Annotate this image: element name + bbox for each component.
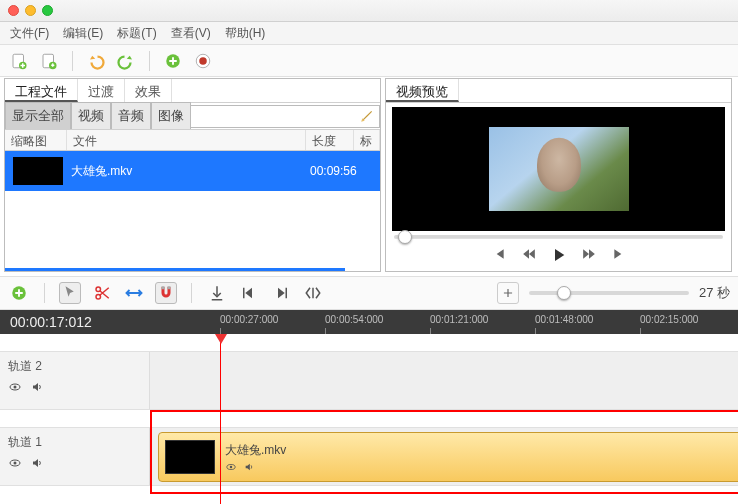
tab-video-preview[interactable]: 视频预览 <box>386 79 459 102</box>
jump-end-button[interactable] <box>611 247 627 263</box>
play-button[interactable] <box>551 247 567 263</box>
preview-viewport <box>392 107 725 231</box>
filter-row: 显示全部 视频 音频 图像 <box>5 103 380 129</box>
separator <box>44 283 45 303</box>
file-duration: 00:09:56 <box>310 164 380 178</box>
menu-edit[interactable]: 编辑(E) <box>63 25 103 42</box>
svg-rect-10 <box>162 286 165 289</box>
track-body[interactable] <box>150 352 738 409</box>
next-marker-button[interactable] <box>270 282 292 304</box>
left-tabs: 工程文件 过渡 效果 <box>5 79 380 103</box>
preview-seek-slider[interactable] <box>386 233 731 241</box>
menu-view[interactable]: 查看(V) <box>171 25 211 42</box>
separator <box>72 51 73 71</box>
razor-tool-button[interactable] <box>91 282 113 304</box>
undo-button[interactable] <box>85 50 107 72</box>
track-visible-toggle[interactable] <box>8 381 22 393</box>
track-1[interactable]: 轨道 1 大雄兔.mkv <box>0 428 738 486</box>
menu-help[interactable]: 帮助(H) <box>225 25 266 42</box>
playhead[interactable] <box>220 334 221 504</box>
close-window-button[interactable] <box>8 5 19 16</box>
center-playhead-button[interactable] <box>302 282 324 304</box>
magnet-icon <box>157 284 175 302</box>
timeline-ruler[interactable]: 00:00:17:012 00:00:27:000 00:00:54:000 0… <box>0 310 738 334</box>
track-2[interactable]: 轨道 2 <box>0 352 738 410</box>
prev-marker-button[interactable] <box>238 282 260 304</box>
save-icon <box>40 52 58 70</box>
filter-search-input[interactable] <box>191 105 380 128</box>
marker-down-icon <box>208 284 226 302</box>
svg-point-16 <box>14 386 17 389</box>
fast-forward-icon <box>581 247 597 261</box>
window-titlebar <box>0 0 738 22</box>
pointer-tool-button[interactable] <box>59 282 81 304</box>
preview-panel: 视频预览 <box>385 78 732 272</box>
arrows-horizontal-icon <box>125 284 143 302</box>
filter-audio-button[interactable]: 音频 <box>111 102 151 130</box>
minimize-window-button[interactable] <box>25 5 36 16</box>
zoom-in-button[interactable] <box>497 282 519 304</box>
separator <box>191 283 192 303</box>
file-list-header: 缩略图 文件 长度 标 <box>5 129 380 151</box>
tab-project-files[interactable]: 工程文件 <box>5 79 78 102</box>
speaker-icon <box>30 457 44 469</box>
menu-file[interactable]: 文件(F) <box>10 25 49 42</box>
add-track-button[interactable] <box>8 282 30 304</box>
plus-icon <box>501 286 515 300</box>
forward-button[interactable] <box>581 247 597 263</box>
col-file[interactable]: 文件 <box>67 130 306 150</box>
marker-prev-icon <box>240 284 258 302</box>
record-icon <box>194 52 212 70</box>
center-icon <box>304 284 322 302</box>
tab-transitions[interactable]: 过渡 <box>78 79 125 102</box>
svg-rect-14 <box>312 288 314 299</box>
preview-controls <box>386 241 731 271</box>
track-name: 轨道 1 <box>8 434 141 451</box>
col-tag[interactable]: 标 <box>354 130 380 150</box>
maximize-window-button[interactable] <box>42 5 53 16</box>
save-button[interactable] <box>38 50 60 72</box>
timeline-clip[interactable]: 大雄兔.mkv <box>158 432 738 482</box>
track-body[interactable]: 大雄兔.mkv <box>150 428 738 485</box>
rewind-button[interactable] <box>521 247 537 263</box>
clear-filter-button[interactable] <box>360 109 374 123</box>
ruler-tick: 00:00:54:000 <box>325 314 383 325</box>
skip-forward-icon <box>611 247 627 261</box>
eye-icon <box>8 381 22 393</box>
import-button[interactable] <box>162 50 184 72</box>
clip-thumbnail <box>165 440 215 474</box>
eye-icon <box>8 457 22 469</box>
separator <box>149 51 150 71</box>
redo-button[interactable] <box>115 50 137 72</box>
file-list: 大雄兔.mkv 00:09:56 <box>5 151 380 271</box>
zoom-label: 27 秒 <box>699 284 730 302</box>
file-row[interactable]: 大雄兔.mkv 00:09:56 <box>5 151 380 191</box>
filter-image-button[interactable]: 图像 <box>151 102 191 130</box>
filter-all-button[interactable]: 显示全部 <box>5 102 71 130</box>
plus-circle-icon <box>164 52 182 70</box>
new-project-button[interactable] <box>8 50 30 72</box>
jump-start-button[interactable] <box>491 247 507 263</box>
filter-video-button[interactable]: 视频 <box>71 102 111 130</box>
scissors-icon <box>93 284 111 302</box>
add-marker-button[interactable] <box>206 282 228 304</box>
record-button[interactable] <box>192 50 214 72</box>
resize-tool-button[interactable] <box>123 282 145 304</box>
file-thumbnail <box>13 157 63 185</box>
ruler-tick: 00:00:27:000 <box>220 314 278 325</box>
zoom-slider[interactable] <box>529 291 689 295</box>
svg-point-20 <box>230 466 233 469</box>
menu-bar: 文件(F) 编辑(E) 标题(T) 查看(V) 帮助(H) <box>0 22 738 45</box>
undo-icon <box>87 52 105 70</box>
col-length[interactable]: 长度 <box>306 130 354 150</box>
svg-point-18 <box>14 462 17 465</box>
track-visible-toggle[interactable] <box>8 457 22 469</box>
track-audio-toggle[interactable] <box>30 381 44 393</box>
menu-title[interactable]: 标题(T) <box>117 25 156 42</box>
col-thumb[interactable]: 缩略图 <box>5 130 67 150</box>
playhead-position: 00:00:17:012 <box>10 314 92 330</box>
tab-effects[interactable]: 效果 <box>125 79 172 102</box>
snap-button[interactable] <box>155 282 177 304</box>
track-audio-toggle[interactable] <box>30 457 44 469</box>
clip-name: 大雄兔.mkv <box>225 442 286 459</box>
